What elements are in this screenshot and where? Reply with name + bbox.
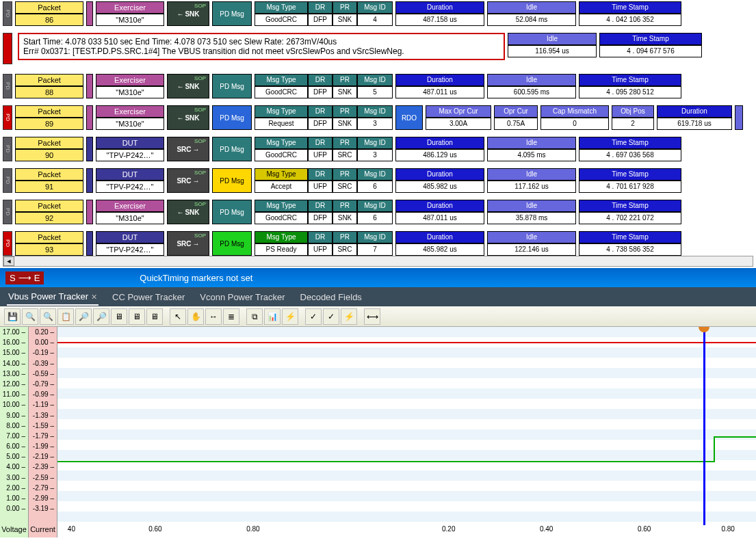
voltage-tick: 5.00 – <box>0 451 28 462</box>
toolbar-button-2[interactable]: 🔍 <box>40 308 56 325</box>
sop-label: SOP <box>194 3 206 9</box>
toolbar-button-23[interactable]: ⟷ <box>364 308 380 325</box>
dr-val: DFP <box>308 14 333 26</box>
toolbar-button-17[interactable]: ⚡ <box>282 308 298 325</box>
pd-bar-error <box>3 33 12 64</box>
direction-snk: SOP←SNK <box>167 105 209 130</box>
power-chart[interactable]: 17.00 –16.00 –15.00 –14.00 –13.00 –12.00… <box>0 327 756 525</box>
voltage-tick: 3.00 – <box>0 473 28 483</box>
tab-cc[interactable]: CC Power Tracker <box>111 289 186 305</box>
packet-number: 86 <box>15 14 83 26</box>
direction-snk: SOP ←SNK <box>167 1 209 26</box>
scroll-left-icon[interactable]: ◄ <box>3 256 14 266</box>
toolbar-button-3[interactable]: 📋 <box>57 308 74 325</box>
toolbar-button-8[interactable]: 🖥 <box>146 308 163 325</box>
dut-stub <box>86 168 93 193</box>
voltage-tick: 1.00 – <box>0 493 28 503</box>
voltage-axis-label: Voltage <box>0 525 29 537</box>
current-tick: 0.00 – <box>29 337 57 347</box>
horizontal-scrollbar[interactable]: ◄ <box>3 256 753 267</box>
direction-snk: SOP←SNK <box>167 74 209 98</box>
toolbar-button-21[interactable]: ⚡ <box>341 308 357 325</box>
packet-row[interactable]: PD Packet92 Exerciser"M310e" SOP←SNK PD … <box>3 200 753 224</box>
pdmsg-badge: PD Msg <box>212 74 252 98</box>
msg-block: Msg TypeGoodCRC DRDFP PRSNK Msg ID5 <box>255 74 393 98</box>
current-tick: -2.19 – <box>29 451 57 462</box>
packet-row[interactable]: PD Packet93 DUT"TPV-P242…" SOPSRC→ PD Ms… <box>3 231 753 256</box>
tracker-tabs: Vbus Power Tracker✕ CC Power Tracker Vco… <box>0 287 756 306</box>
x-axis: Voltage Current 400.600.800.200.400.600.… <box>0 525 756 537</box>
packet-number: 88 <box>15 86 83 98</box>
current-tick: -2.99 – <box>29 493 57 503</box>
voltage-tick: 2.00 – <box>0 483 28 493</box>
toolbar-button-7[interactable]: 🖥 <box>129 308 145 325</box>
current-tick: -1.99 – <box>29 441 57 451</box>
overflow-stub <box>735 105 743 130</box>
voltage-tick: 15.00 – <box>0 347 28 358</box>
exerciser-stub <box>86 200 93 224</box>
marker-handle-icon[interactable] <box>699 327 709 332</box>
voltage-tick: 12.00 – <box>0 379 28 389</box>
voltage-tick: 4.00 – <box>0 462 28 472</box>
msg-type: GoodCRC <box>255 14 308 26</box>
toolbar-button-1[interactable]: 🔍 <box>22 308 38 325</box>
toolbar-button-19[interactable]: ✓ <box>305 308 322 325</box>
packet-row[interactable]: PD Packet91 DUT"TPV-P242…" SOPSRC→ PD Ms… <box>3 168 753 193</box>
se-indicator: S ⟶ E <box>5 271 44 284</box>
current-tick: -0.99 – <box>29 389 57 399</box>
time-marker[interactable] <box>703 327 705 525</box>
toolbar-button-12[interactable]: ↔ <box>205 308 222 325</box>
x-tick: 0.80 <box>246 525 259 533</box>
idle-val: 116.954 us <box>508 45 597 57</box>
current-tick: -1.59 – <box>29 421 57 431</box>
current-tick: -0.59 – <box>29 369 57 379</box>
msgid-val: 4 <box>357 14 393 26</box>
exerciser-stub <box>86 105 93 130</box>
current-tick: 0.20 – <box>29 327 57 337</box>
x-tick: 0.60 <box>638 525 651 533</box>
packet-row[interactable]: PD Packet88 Exerciser"M310e" SOP←SNK PD … <box>3 74 753 98</box>
voltage-trace <box>57 342 756 343</box>
pdmsg-badge: PD Msg <box>212 1 252 26</box>
packet-list: PD Packet 86 Exerciser "M310e" SOP ←SNK … <box>0 0 756 268</box>
chart-plot[interactable] <box>57 327 756 525</box>
toolbar-button-6[interactable]: 🖥 <box>111 308 127 325</box>
voltage-tick: 14.00 – <box>0 358 28 369</box>
packet-row[interactable]: PD Packet 86 Exerciser "M310e" SOP ←SNK … <box>3 1 753 26</box>
toolbar-button-15[interactable]: ⧉ <box>246 308 263 325</box>
toolbar-button-10[interactable]: ↖ <box>170 308 186 325</box>
close-icon[interactable]: ✕ <box>91 293 97 301</box>
tab-vbus[interactable]: Vbus Power Tracker✕ <box>7 289 99 306</box>
packet-row[interactable]: PD Packet90 DUT"TPV-P242…" SOPSRC→ PD Ms… <box>3 137 753 161</box>
current-tick: -1.39 – <box>29 410 57 421</box>
packet-row[interactable]: PD Packet89 Exerciser"M310e" SOP←SNK PD … <box>3 105 753 130</box>
toolbar-button-5[interactable]: 🔎 <box>93 308 109 325</box>
current-tick: -1.79 – <box>29 431 57 441</box>
source-value: "M310e" <box>96 14 164 26</box>
pd-bar-error: PD <box>3 105 12 130</box>
voltage-tick: 9.00 – <box>0 410 28 421</box>
toolbar-button-16[interactable]: 📊 <box>264 308 281 325</box>
current-tick: -1.19 – <box>29 399 57 410</box>
toolbar-button-20[interactable]: ✓ <box>323 308 339 325</box>
idle-val: 52.084 ms <box>487 14 576 26</box>
pd-bar: PD <box>3 137 12 161</box>
tab-vconn[interactable]: Vconn Power Tracker <box>198 289 286 305</box>
pr-val: SNK <box>333 14 357 26</box>
arrow-icon: ⟶ <box>18 273 31 283</box>
toolbar-button-11[interactable]: ✋ <box>187 308 204 325</box>
tab-decoded[interactable]: Decoded Fields <box>299 289 363 305</box>
timestamp-val: 4 . 094 677 576 <box>599 45 702 57</box>
direction-src: SOPSRC→ <box>167 231 209 256</box>
toolbar-button-0[interactable]: 💾 <box>4 308 21 325</box>
rdo-badge: RDO <box>395 105 423 130</box>
toolbar-button-13[interactable]: ≣ <box>223 308 239 325</box>
source-header: Exerciser <box>96 74 164 86</box>
x-tick: 0.60 <box>148 525 161 533</box>
direction-snk: SOP←SNK <box>167 200 209 224</box>
pd-bar: PD <box>3 74 12 98</box>
exerciser-stub <box>86 1 93 26</box>
toolbar-button-4[interactable]: 🔎 <box>75 308 92 325</box>
error-line2: Err# 0x0371: [TEST.PD.PS.SRC.1#4] The VB… <box>23 46 499 56</box>
current-axis: 0.20 –0.00 –-0.19 –-0.39 –-0.59 –-0.79 –… <box>29 327 57 525</box>
